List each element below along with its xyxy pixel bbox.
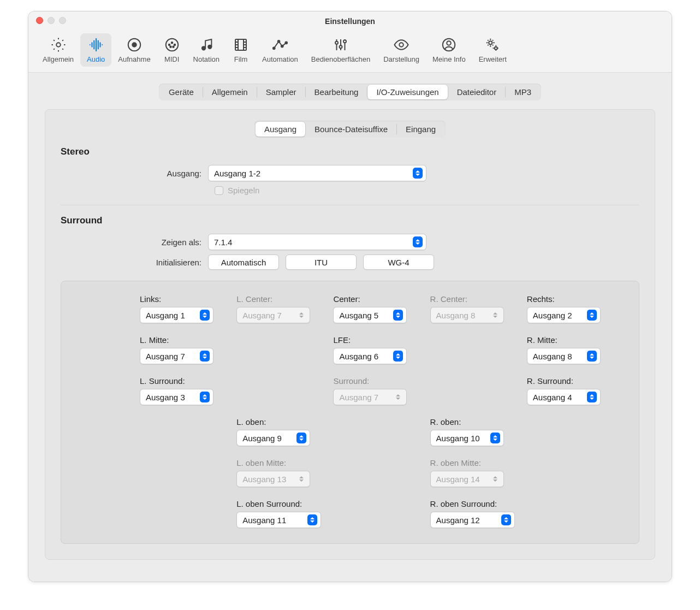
divider bbox=[61, 205, 639, 205]
stepper-icon bbox=[393, 351, 403, 362]
mirror-checkbox-row: Spiegeln bbox=[215, 186, 639, 195]
svg-point-0 bbox=[56, 43, 61, 47]
svg-point-13 bbox=[278, 40, 280, 43]
ch-r-oben: R. oben: Ausgang 10 bbox=[430, 417, 518, 446]
stepper-icon bbox=[413, 236, 423, 247]
toolbar-film[interactable]: Film bbox=[226, 33, 256, 67]
toolbar-darstellung[interactable]: Darstellung bbox=[377, 33, 426, 67]
ch-r-oben-surround-popup[interactable]: Ausgang 12 bbox=[430, 512, 515, 528]
minimize-button[interactable] bbox=[48, 17, 55, 24]
stepper-icon bbox=[296, 473, 306, 484]
ch-links-popup[interactable]: Ausgang 1 bbox=[140, 307, 213, 323]
tab-bounce-suffixe[interactable]: Bounce-Dateisuffixe bbox=[306, 122, 396, 137]
gears-icon bbox=[484, 37, 501, 53]
ch-l-surround-popup[interactable]: Ausgang 3 bbox=[140, 389, 213, 405]
ch-l-oben-surround-popup[interactable]: Ausgang 11 bbox=[236, 512, 321, 528]
svg-point-8 bbox=[173, 46, 174, 48]
stereo-output-popup[interactable]: Ausgang 1-2 bbox=[208, 165, 426, 181]
ch-l-center: L. Center: Ausgang 7 bbox=[236, 294, 324, 323]
toolbar-label: Bedienoberflächen bbox=[311, 55, 370, 63]
toolbar-label: Allgemein bbox=[43, 55, 74, 63]
record-icon bbox=[126, 37, 143, 53]
stepper-icon bbox=[393, 392, 403, 402]
ch-r-center-popup: Ausgang 8 bbox=[430, 307, 504, 323]
mirror-label: Spiegeln bbox=[228, 186, 259, 195]
toolbar-label: Automation bbox=[262, 55, 298, 63]
svg-point-23 bbox=[495, 47, 497, 50]
svg-point-6 bbox=[174, 44, 175, 46]
content: Geräte Allgemein Sampler Bearbeitung I/O… bbox=[28, 73, 672, 582]
ch-l-mitte-popup[interactable]: Ausgang 7 bbox=[140, 348, 213, 364]
show-as-popup[interactable]: 7.1.4 bbox=[208, 234, 426, 250]
init-itu-button[interactable]: ITU bbox=[286, 254, 357, 270]
init-auto-button[interactable]: Automatisch bbox=[208, 254, 279, 270]
toolbar-bedienoberflaechen[interactable]: Bedienoberflächen bbox=[305, 33, 377, 67]
toolbar-allgemein[interactable]: Allgemein bbox=[36, 33, 80, 67]
waveform-icon bbox=[88, 37, 104, 53]
surround-heading: Surround bbox=[61, 215, 639, 226]
automation-icon bbox=[272, 37, 288, 53]
tab-mp3[interactable]: MP3 bbox=[506, 85, 540, 99]
ch-center-popup[interactable]: Ausgang 5 bbox=[333, 307, 407, 323]
toolbar-label: Audio bbox=[87, 55, 105, 63]
stepper-icon bbox=[587, 392, 597, 402]
ch-l-oben-mitte-popup: Ausgang 13 bbox=[236, 471, 310, 487]
ch-r-oben-popup[interactable]: Ausgang 10 bbox=[430, 430, 504, 446]
traffic-lights bbox=[36, 17, 66, 24]
tab-allgemein[interactable]: Allgemein bbox=[203, 85, 257, 99]
toolbar-automation[interactable]: Automation bbox=[256, 33, 305, 67]
svg-point-19 bbox=[399, 43, 404, 47]
titlebar: Einstellungen bbox=[28, 11, 672, 31]
tab-eingang[interactable]: Eingang bbox=[397, 122, 444, 137]
tab-bearbeitung[interactable]: Bearbeitung bbox=[306, 85, 367, 99]
toolbar-midi[interactable]: MIDI bbox=[157, 33, 187, 67]
ch-r-surround-popup[interactable]: Ausgang 4 bbox=[527, 389, 601, 405]
ch-center: Center: Ausgang 5 bbox=[333, 294, 421, 323]
ch-r-mitte-popup[interactable]: Ausgang 8 bbox=[527, 348, 601, 364]
toolbar-notation[interactable]: Notation bbox=[187, 33, 226, 67]
eye-icon bbox=[393, 37, 410, 53]
svg-point-7 bbox=[170, 46, 171, 48]
ch-l-oben-surround: L. oben Surround: Ausgang 11 bbox=[236, 499, 324, 528]
mirror-checkbox bbox=[215, 186, 223, 195]
toolbar-meine-info[interactable]: Meine Info bbox=[426, 33, 472, 67]
ch-links: Links: Ausgang 1 bbox=[140, 294, 228, 323]
toolbar-label: Aufnahme bbox=[118, 55, 150, 63]
ch-l-surround: L. Surround: Ausgang 3 bbox=[140, 376, 228, 405]
film-icon bbox=[233, 37, 249, 53]
ch-lfe-popup[interactable]: Ausgang 6 bbox=[333, 348, 407, 364]
svg-point-22 bbox=[489, 41, 492, 44]
preferences-window: Einstellungen Allgemein Audio Aufnahme M… bbox=[28, 11, 672, 582]
ch-l-oben-mitte: L. oben Mitte: Ausgang 13 bbox=[236, 458, 324, 487]
tab-geraete[interactable]: Geräte bbox=[160, 85, 203, 99]
toolbar: Allgemein Audio Aufnahme MIDI Notation F… bbox=[28, 31, 672, 73]
init-button-group: Automatisch ITU WG-4 bbox=[208, 254, 434, 270]
close-button[interactable] bbox=[36, 17, 43, 24]
svg-point-17 bbox=[340, 45, 342, 48]
toolbar-label: MIDI bbox=[164, 55, 179, 63]
stepper-icon bbox=[296, 310, 306, 321]
toolbar-erweitert[interactable]: Erweitert bbox=[472, 33, 513, 67]
zoom-button[interactable] bbox=[59, 17, 66, 24]
svg-point-2 bbox=[132, 43, 137, 47]
ch-r-oben-mitte-popup: Ausgang 14 bbox=[430, 471, 504, 487]
ch-rechts-popup[interactable]: Ausgang 2 bbox=[527, 307, 601, 323]
ch-l-oben-popup[interactable]: Ausgang 9 bbox=[236, 430, 310, 446]
svg-point-5 bbox=[171, 42, 173, 44]
stepper-icon bbox=[200, 351, 210, 362]
stereo-output-label: Ausgang: bbox=[61, 169, 208, 178]
toolbar-aufnahme[interactable]: Aufnahme bbox=[111, 33, 157, 67]
stepper-icon bbox=[490, 473, 500, 484]
tab-io-zuweisungen[interactable]: I/O-Zuweisungen bbox=[367, 85, 447, 99]
panel: Ausgang Bounce-Dateisuffixe Eingang Ster… bbox=[45, 109, 655, 560]
ch-r-oben-mitte: R. oben Mitte: Ausgang 14 bbox=[430, 458, 518, 487]
toolbar-audio[interactable]: Audio bbox=[80, 33, 111, 67]
stepper-icon bbox=[587, 310, 597, 321]
init-wg4-button[interactable]: WG-4 bbox=[363, 254, 434, 270]
tab-ausgang[interactable]: Ausgang bbox=[256, 122, 305, 137]
svg-point-14 bbox=[281, 45, 283, 48]
tab-dateieditor[interactable]: Dateieditor bbox=[448, 85, 506, 99]
subtabs-2: Ausgang Bounce-Dateisuffixe Eingang bbox=[254, 121, 446, 138]
tab-sampler[interactable]: Sampler bbox=[257, 85, 305, 99]
stepper-icon bbox=[490, 433, 500, 443]
